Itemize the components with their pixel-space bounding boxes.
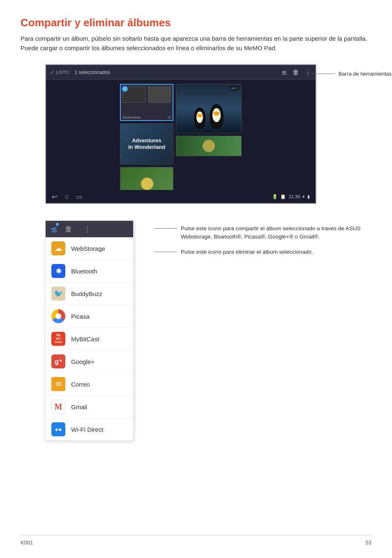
share-menu-header: ≲ 🗑 ⋮	[46, 221, 133, 237]
footer-page: 53	[366, 539, 371, 546]
annotations: Pulse este icono para compartir el álbum…	[154, 220, 371, 256]
share-header-more-icon[interactable]: ⋮	[84, 225, 91, 234]
selected-count: 1 seleccionados	[75, 69, 110, 75]
lower-section: ≲ 🗑 ⋮ ☁ WebStorage ✱ Bluetooth 🐦 BuddyBu…	[45, 220, 371, 441]
share-menu-panel: ≲ 🗑 ⋮ ☁ WebStorage ✱ Bluetooth 🐦 BuddyBu…	[45, 220, 134, 441]
annotation-line-2	[154, 252, 177, 252]
share-menu-item-webstorage[interactable]: ☁ WebStorage	[46, 237, 133, 260]
delete-icon[interactable]: 🗑	[293, 69, 299, 76]
share-menu-item-correo[interactable]: ✉ Correo	[46, 373, 133, 396]
device-toolbar: ✓ LISTO 1 seleccionados ≲ 🗑 ⋮	[46, 65, 316, 80]
intro-paragraph: Para compartir un álbum, púlselo sin sol…	[21, 34, 371, 53]
share-menu-item-mybitcast[interactable]: MyBitCast MyBitCast	[46, 328, 133, 350]
annotation-groups: Pulse este icono para compartir el álbum…	[154, 225, 371, 256]
share-menu-item-bluetooth[interactable]: ✱ Bluetooth	[46, 260, 133, 282]
device-bottom-bar: ↩ ⌂ ▭ 🔋 📋 21:30 ▾ ▮	[46, 190, 316, 203]
wifidirect-label: Wi-Fi Direct	[71, 426, 103, 433]
time-display: 21:30	[288, 194, 300, 199]
pics-label: pic 1	[230, 86, 240, 90]
screenshots-thumb: ■■ Screenshots 33 ✓	[120, 84, 173, 121]
picasa-icon	[51, 309, 65, 323]
gallery-content: ■■ Screenshots 33 ✓ Adventuresin Wonderl…	[46, 80, 316, 190]
small-pic-thumb	[176, 136, 242, 156]
googleplus-icon: g⁺	[51, 354, 65, 368]
webstorage-label: WebStorage	[71, 245, 105, 252]
gmail-label: Gmail	[71, 403, 87, 410]
recent-icon[interactable]: ▭	[76, 193, 82, 201]
page-title: Compartir y eliminar álbumes	[21, 16, 371, 29]
share-menu-item-buddybuzz[interactable]: 🐦 BuddyBuzz	[46, 282, 133, 305]
adventures-thumb: Adventuresin Wonderland	[120, 123, 173, 164]
selected-check: ✓	[122, 86, 128, 92]
gallery-left-column: ■■ Screenshots 33 ✓ Adventuresin Wonderl…	[120, 84, 173, 200]
bluetooth-label: Bluetooth	[71, 268, 97, 275]
picasa-label: Picasa	[71, 313, 90, 320]
annotation-line-1	[154, 228, 177, 229]
buddybuzz-icon: 🐦	[51, 287, 65, 301]
device-screenshot: Barra de herramientas ✓ LISTO 1 seleccio…	[45, 64, 316, 204]
share-header-icon-wrap: ≲	[51, 224, 58, 234]
googleplus-label: Google+	[71, 358, 95, 365]
toolbar-right-icons: ≲ 🗑 ⋮	[281, 68, 311, 76]
battery-icon: 🔋	[272, 194, 278, 199]
annotation-row-2: Pulse este icono para eliminar el álbum …	[154, 248, 371, 256]
share-menu-item-gmail[interactable]: M Gmail	[46, 396, 133, 418]
signal-icon: ▮	[307, 194, 310, 199]
correo-icon: ✉	[51, 377, 65, 391]
share-menu-item-googleplus[interactable]: g⁺ Google+	[46, 350, 133, 373]
annotation-row-1: Pulse este icono para compartir el álbum…	[154, 225, 371, 241]
home-icon[interactable]: ⌂	[65, 193, 69, 201]
check-icon: ✓	[50, 69, 54, 75]
screenshots-count: 33	[167, 116, 171, 119]
share-menu-item-wifidirect[interactable]: ●● Wi-Fi Direct	[46, 418, 133, 440]
nav-icons: ↩ ⌂ ▭	[52, 193, 82, 201]
bluetooth-icon: ✱	[51, 264, 65, 278]
back-icon[interactable]: ↩	[52, 193, 57, 201]
share-menu-item-picasa[interactable]: Picasa	[46, 305, 133, 328]
status-bar-right: 🔋 📋 21:30 ▾ ▮	[272, 194, 310, 199]
share-header-delete-icon[interactable]: 🗑	[65, 225, 72, 234]
screenshots-label: Screenshots	[122, 116, 141, 119]
toolbar-annotation: Barra de herramientas	[311, 71, 392, 77]
buddybuzz-label: BuddyBuzz	[71, 290, 102, 297]
wifidirect-icon: ●●	[51, 422, 65, 436]
gmail-icon: M	[51, 400, 65, 414]
annotation-text-1: Pulse este icono para compartir el álbum…	[181, 225, 371, 241]
sim-icon: 📋	[280, 194, 286, 199]
adventures-text: Adventuresin Wonderland	[128, 137, 165, 150]
header-dot	[56, 223, 59, 226]
correo-label: Correo	[71, 381, 90, 388]
mybitcast-icon: MyBitCast	[51, 332, 65, 346]
annotation-text-2: Pulse este icono para eliminar el álbum …	[181, 248, 313, 256]
listo-label: LISTO	[56, 70, 69, 75]
gallery-right-column: pic 1	[176, 84, 242, 156]
page-footer: K001 53	[21, 535, 371, 546]
share-icon[interactable]: ≲	[281, 68, 287, 76]
mybitcast-label: MyBitCast	[71, 336, 99, 343]
webstorage-icon: ☁	[51, 241, 65, 255]
footer-model: K001	[21, 539, 33, 546]
wifi-status-icon: ▾	[302, 194, 305, 199]
share-header-share-icon[interactable]: ≲	[51, 225, 58, 234]
penguins-thumb: pic 1	[176, 84, 242, 133]
